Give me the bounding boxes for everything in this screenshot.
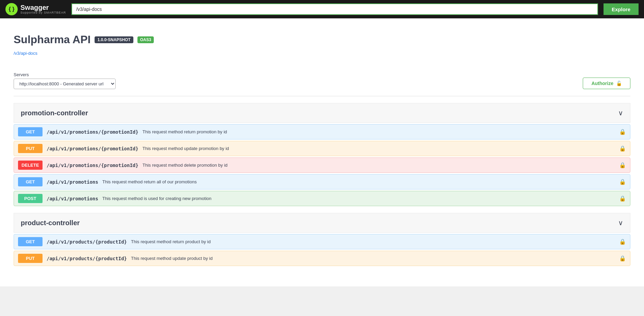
endpoint-row-0-4[interactable]: POST /api/v1/promotions This request met… (14, 191, 630, 206)
logo-title: Swagger (20, 4, 66, 11)
endpoint-desc-1-0: This request method return product by id (131, 239, 615, 244)
endpoint-lock-1-0: 🔒 (619, 238, 626, 245)
method-badge-0-0: GET (18, 127, 43, 136)
endpoint-lock-0-4: 🔒 (619, 195, 626, 202)
oas3-badge: OAS3 (137, 36, 154, 43)
authorize-button[interactable]: Authorize 🔓 (583, 78, 630, 89)
endpoint-row-0-3[interactable]: GET /api/v1/promotions This request meth… (14, 174, 630, 189)
url-input[interactable] (71, 3, 598, 15)
endpoint-path-0-0: /api/v1/promotions/{promotionId} (47, 129, 138, 135)
chevron-icon-0: ∨ (618, 109, 623, 117)
endpoint-row-1-0[interactable]: GET /api/v1/products/{productId} This re… (14, 234, 630, 249)
servers-group: Servers http://localhost:8000 - Generate… (14, 72, 116, 89)
controller-header-0[interactable]: promotion-controller ∨ (14, 103, 630, 123)
endpoint-desc-0-4: This request method is used for creating… (102, 196, 615, 201)
logo: { } Swagger Supported by SMARTBEAR (5, 3, 66, 15)
controller-section-1: product-controller ∨ GET /api/v1/product… (14, 213, 630, 266)
endpoint-desc-0-2: This request method delete promotion by … (143, 163, 615, 168)
endpoint-lock-0-3: 🔒 (619, 179, 626, 185)
endpoint-desc-1-1: This request method update product by id (131, 256, 615, 261)
method-badge-0-4: POST (18, 194, 43, 203)
endpoint-path-0-4: /api/v1/promotions (47, 196, 98, 201)
endpoint-lock-0-0: 🔒 (619, 129, 626, 135)
endpoint-path-1-0: /api/v1/products/{productId} (47, 239, 127, 245)
endpoint-desc-0-1: This request method update promotion by … (143, 146, 615, 151)
servers-section: Servers http://localhost:8000 - Generate… (14, 72, 630, 89)
controller-section-0: promotion-controller ∨ GET /api/v1/promo… (14, 103, 630, 206)
divider (14, 96, 630, 96)
logo-text: Swagger Supported by SMARTBEAR (20, 4, 66, 14)
method-badge-1-0: GET (18, 237, 43, 246)
endpoint-path-1-1: /api/v1/products/{productId} (47, 256, 127, 261)
servers-select[interactable]: http://localhost:8000 - Generated server… (14, 79, 116, 89)
endpoint-row-1-1[interactable]: PUT /api/v1/products/{productId} This re… (14, 251, 630, 266)
endpoint-desc-0-3: This request method return all of our pr… (102, 179, 615, 184)
authorize-label: Authorize (591, 81, 613, 86)
endpoint-path-0-3: /api/v1/promotions (47, 179, 98, 185)
controller-header-1[interactable]: product-controller ∨ (14, 213, 630, 233)
endpoint-row-0-1[interactable]: PUT /api/v1/promotions/{promotionId} Thi… (14, 141, 630, 156)
endpoint-row-0-2[interactable]: DELETE /api/v1/promotions/{promotionId} … (14, 157, 630, 173)
endpoint-row-0-0[interactable]: GET /api/v1/promotions/{promotionId} Thi… (14, 124, 630, 139)
api-title-section: Sulpharma API 1.0.0-SNAPSHOT OAS3 (14, 27, 630, 49)
method-badge-0-1: PUT (18, 144, 43, 153)
endpoint-lock-0-2: 🔒 (619, 162, 626, 168)
main-content: Sulpharma API 1.0.0-SNAPSHOT OAS3 /v3/ap… (0, 18, 644, 286)
explore-button[interactable]: Explore (604, 3, 639, 15)
swagger-logo-icon: { } (5, 3, 18, 15)
chevron-icon-1: ∨ (618, 219, 623, 227)
method-badge-1-1: PUT (18, 254, 43, 263)
logo-subtitle: Supported by SMARTBEAR (20, 11, 66, 14)
lock-icon: 🔓 (616, 81, 622, 86)
method-badge-0-2: DELETE (18, 161, 43, 170)
endpoint-lock-0-1: 🔒 (619, 145, 626, 152)
navbar: { } Swagger Supported by SMARTBEAR Explo… (0, 0, 644, 18)
endpoint-path-0-2: /api/v1/promotions/{promotionId} (47, 163, 138, 168)
method-badge-0-3: GET (18, 177, 43, 186)
controller-title-1: product-controller (21, 219, 80, 227)
servers-label: Servers (14, 72, 116, 77)
endpoint-path-0-1: /api/v1/promotions/{promotionId} (47, 146, 138, 151)
snapshot-badge: 1.0.0-SNAPSHOT (95, 36, 133, 43)
api-url-link[interactable]: /v3/api-docs (14, 51, 630, 56)
endpoint-lock-1-1: 🔒 (619, 255, 626, 262)
controller-title-0: promotion-controller (21, 109, 88, 117)
api-title: Sulpharma API (14, 33, 90, 46)
controllers-container: promotion-controller ∨ GET /api/v1/promo… (14, 103, 630, 266)
endpoint-desc-0-0: This request method return promotion by … (143, 129, 615, 134)
